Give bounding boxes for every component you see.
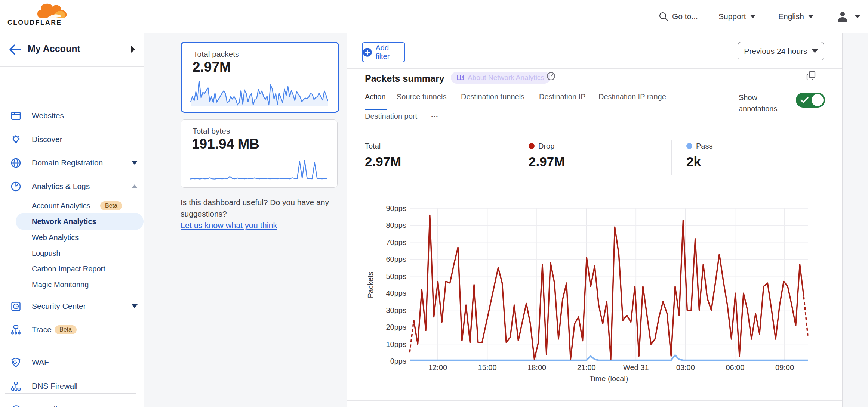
total-bytes-card[interactable]: Total bytes 191.94 MB [181,119,338,188]
sidebar-item-waf[interactable]: WAF [0,354,144,371]
trace-flow-icon [11,325,21,335]
card-title: Total packets [193,50,239,59]
sidebar-item-label: Turnstile [32,405,62,407]
svg-text:18:00: 18:00 [527,363,546,372]
stat-value: 2k [686,154,712,169]
brand-text: CLOUDFLARE [7,19,62,27]
account-menu[interactable] [837,0,861,33]
sidebar-item-label: Carbon Impact Report [32,265,105,273]
sidebar-item-analytics-logs[interactable]: Analytics & Logs [0,178,144,195]
vault-icon [11,301,21,311]
pass-legend-dot [686,143,692,149]
tab-destination-tunnels[interactable]: Destination tunnels [461,93,524,101]
expand-panel-icon[interactable] [806,70,817,81]
sidebar-item-discover[interactable]: Discover [0,131,144,148]
tab-source-tunnels[interactable]: Source tunnels [397,93,446,101]
show-annotations-label: Show annotations [739,92,780,114]
sidebar-item-label: Logpush [32,249,61,258]
stat-drop: Drop 2.97M [529,142,565,169]
stat-total: Total 2.97M [365,142,401,169]
svg-text:70pps: 70pps [386,238,407,246]
svg-text:Time (local): Time (local) [590,375,628,383]
sidebar-item-account-analytics[interactable]: Account Analytics Beta [0,197,144,214]
tab-destination-ip[interactable]: Destination IP [539,93,586,101]
panel-title: Packets summary [365,73,444,84]
feedback-link[interactable]: Let us know what you think [181,221,277,230]
sidebar-item-magic-monitoring[interactable]: Magic Monitoring [0,276,144,293]
about-network-analytics-badge[interactable]: About Network Analytics [451,72,550,84]
back-arrow-icon[interactable] [8,43,22,56]
language-menu[interactable]: English [778,0,814,33]
bytes-sparkline [188,158,329,182]
sidebar: My Account Websites Discover Domain Regi… [0,33,144,407]
tab-action[interactable]: Action [365,93,386,101]
account-title: My Account [28,43,80,54]
chevron-down-icon [132,304,138,308]
language-label: English [778,12,804,21]
total-packets-card[interactable]: Total packets 2.97M [181,42,339,113]
ip-addresses-icon[interactable] [11,400,21,407]
annotations-toggle[interactable] [796,93,825,108]
sidebar-item-label: Web Analytics [32,233,79,242]
add-filter-button[interactable]: Add filter [362,42,405,62]
support-label: Support [718,12,746,21]
active-tab-underline [365,109,387,110]
more-tabs-button[interactable]: ... [431,111,438,119]
sidebar-header: My Account [0,33,144,67]
sidebar-item-security-center[interactable]: Security Center [0,298,144,315]
shield-gear-icon [11,357,21,367]
chevron-down-icon [855,15,861,18]
support-menu[interactable]: Support [718,0,756,33]
svg-text:50pps: 50pps [386,272,407,280]
sidebar-item-trace[interactable]: Trace Beta [0,321,144,338]
pie-chart-icon[interactable] [546,71,556,81]
divider [671,140,672,175]
sidebar-item-label: DNS Firewall [32,382,78,391]
cloudflare-logo[interactable]: CLOUDFLARE [7,1,69,28]
packets-time-series-chart[interactable]: 12:0015:0018:0021:00Wed 3103:0006:0009:0… [352,199,842,390]
goto-search[interactable]: Go to... [659,0,698,33]
chevron-up-icon [132,184,138,188]
book-icon [457,74,464,81]
time-range-label: Previous 24 hours [744,47,807,56]
stat-value: 2.97M [529,154,565,169]
add-filter-label: Add filter [376,44,404,61]
divider [347,400,842,401]
check-icon [800,97,809,103]
sidebar-item-turnstile[interactable]: Turnstile [0,401,144,407]
chevron-down-icon [812,49,818,53]
stat-label: Total [365,142,401,150]
sidebar-item-websites[interactable]: Websites [0,107,144,124]
tab-destination-port[interactable]: Destination port [365,112,417,121]
feedback-block: Is this dashboard useful? Do you have an… [181,196,341,232]
sidebar-item-web-analytics[interactable]: Web Analytics [0,229,144,246]
stat-pass: Pass 2k [686,142,712,169]
sidebar-item-label: Security Center [32,302,86,311]
divider [514,140,514,175]
svg-text:60pps: 60pps [386,255,407,263]
time-range-dropdown[interactable]: Previous 24 hours [738,42,824,60]
sidebar-item-network-analytics[interactable]: Network Analytics [0,213,144,230]
globe-icon [11,158,21,168]
stat-label: Drop [529,142,565,150]
divider [347,68,842,69]
svg-text:30pps: 30pps [386,306,407,314]
svg-text:40pps: 40pps [386,289,407,297]
sidebar-item-dns-firewall[interactable]: DNS Firewall [0,378,144,395]
chevron-right-icon[interactable] [130,45,136,53]
sidebar-item-carbon-impact[interactable]: Carbon Impact Report [0,260,144,277]
svg-text:09:00: 09:00 [775,363,794,372]
card-value: 191.94 MB [192,136,259,152]
tab-destination-ip-range[interactable]: Destination IP range [598,93,666,101]
browser-window-icon [11,111,21,121]
lightbulb-icon [11,134,21,145]
sidebar-item-logpush[interactable]: Logpush [0,245,144,262]
sidebar-item-label: Network Analytics [32,217,96,226]
svg-text:10pps: 10pps [386,340,407,348]
card-value: 2.97M [193,59,231,75]
sidebar-item-label: Account Analytics [32,202,90,210]
toggle-knob [812,94,824,106]
chevron-down-icon [750,15,756,18]
svg-text:80pps: 80pps [386,221,407,229]
sidebar-item-domain-registration[interactable]: Domain Registration [0,154,144,171]
